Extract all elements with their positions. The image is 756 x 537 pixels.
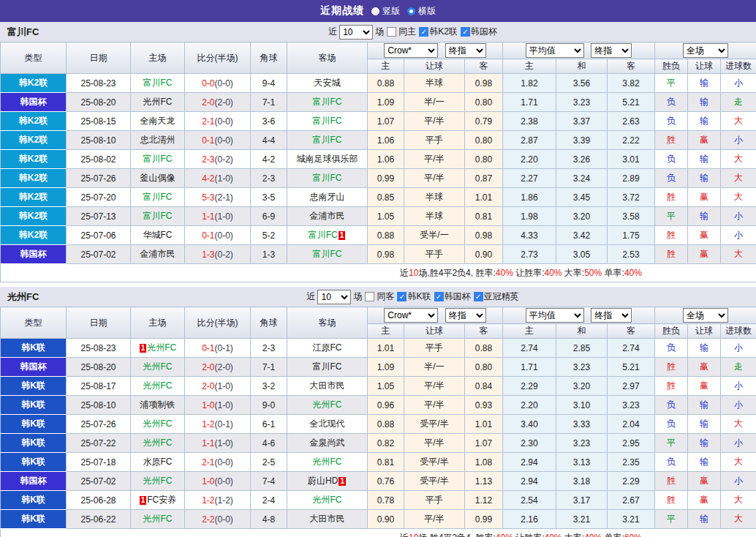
table-row: 韩K2联25-08-15全南天龙2-1(0-0)3-6富川FC1.07平/半0.… bbox=[1, 112, 756, 131]
team-name: 富川FC bbox=[143, 78, 173, 88]
europe-time-select[interactable]: 终指 bbox=[591, 308, 632, 323]
odds-handicap: 受半/一 bbox=[404, 226, 465, 245]
home-team: 富川FC bbox=[131, 188, 185, 207]
layout-radio-vertical[interactable]: 竖版 bbox=[371, 5, 400, 18]
result-outcome: 负 bbox=[655, 339, 688, 358]
team-name: 富川FC bbox=[313, 249, 342, 259]
europe-avg-select[interactable]: 平均值 bbox=[526, 308, 584, 323]
odds-time-select[interactable]: 终指 bbox=[445, 43, 486, 58]
league-filter-checkbox[interactable]: ✓韩K联 bbox=[397, 290, 431, 303]
league-filter-checkbox[interactable]: ✓韩国杯 bbox=[434, 290, 471, 303]
odds-home: 0.88 bbox=[368, 74, 404, 93]
match-type-badge: 韩K2联 bbox=[1, 169, 67, 188]
stat-value: 60% bbox=[624, 533, 642, 537]
recent-count-select[interactable]: 10 bbox=[317, 290, 351, 304]
avg-draw: 3.33 bbox=[556, 415, 608, 434]
result-outcome: 平 bbox=[655, 207, 688, 226]
checkbox-checked-icon: ✓ bbox=[397, 292, 407, 301]
table-row: 韩K2联25-07-26釜山偶像4-2(1-0)2-3富川FC0.99平/半0.… bbox=[1, 169, 756, 188]
match-score: 2-0(1-0) bbox=[185, 377, 251, 396]
avg-away: 3.82 bbox=[608, 74, 655, 93]
avg-home: 2.94 bbox=[503, 453, 556, 472]
away-team: 光州FC bbox=[287, 396, 368, 415]
league-filter-checkbox[interactable]: ✓亚冠精英 bbox=[474, 290, 519, 303]
match-type-badge: 韩K联 bbox=[1, 339, 67, 358]
team-name: 光州FC bbox=[143, 418, 173, 429]
team-filter-bar: 光州FC 近 10 场 同客 ✓韩K联✓韩国杯✓亚冠精英 bbox=[0, 287, 756, 307]
result-goals: 大 bbox=[721, 245, 756, 264]
odds-home: 0.99 bbox=[368, 169, 404, 188]
match-type-badge: 韩国杯 bbox=[1, 93, 67, 112]
league-filter-checkbox[interactable]: ✓韩K2联 bbox=[419, 26, 458, 38]
away-team: 金泉尚武 bbox=[287, 434, 368, 453]
away-team: 蔚山HD1 bbox=[287, 472, 368, 491]
odds-away: 1.13 bbox=[465, 472, 503, 491]
match-type-badge: 韩K联 bbox=[1, 377, 67, 396]
result-handicap: 赢 bbox=[688, 491, 721, 510]
layout-radio-horizontal[interactable]: 横版 bbox=[407, 5, 436, 18]
away-team: 金浦市民 bbox=[287, 207, 368, 226]
result-handicap: 输 bbox=[688, 207, 721, 226]
match-score: 1-2(0-1) bbox=[185, 415, 251, 434]
team-name: 光州FC bbox=[313, 457, 342, 467]
result-outcome: 负 bbox=[655, 396, 688, 415]
odds-company-select[interactable]: Crow* bbox=[384, 43, 438, 58]
team-name: 光州FC bbox=[313, 399, 342, 410]
table-row: 韩K联25-08-10浦项制铁1-0(1-0)9-0光州FC0.96平/半0.9… bbox=[1, 396, 756, 415]
team-name: 浦项制铁 bbox=[140, 399, 175, 410]
team-name: 天安城 bbox=[314, 78, 341, 88]
avg-away: 2.89 bbox=[608, 169, 655, 188]
europe-time-select[interactable]: 终指 bbox=[591, 43, 632, 58]
col-result: 胜负 bbox=[655, 324, 688, 339]
team-name: 金浦市民 bbox=[140, 249, 175, 259]
away-team: 天安城 bbox=[287, 74, 368, 93]
avg-away: 3.58 bbox=[608, 207, 655, 226]
col-odds-away: 客 bbox=[465, 59, 503, 74]
same-venue-checkbox[interactable]: 同主 bbox=[387, 26, 416, 38]
avg-home: 2.27 bbox=[503, 169, 556, 188]
avg-home: 2.87 bbox=[503, 131, 556, 150]
stat-value: 40% bbox=[544, 268, 562, 278]
result-goals: 小 bbox=[721, 377, 756, 396]
europe-avg-select[interactable]: 平均值 bbox=[526, 43, 584, 58]
stat-value: 50% bbox=[584, 268, 602, 278]
halftime-score: (1-0) bbox=[215, 400, 233, 410]
col-odds-home: 主 bbox=[368, 324, 404, 339]
corner-count: 3-6 bbox=[251, 112, 287, 131]
league-filter-checkbox[interactable]: ✓韩国杯 bbox=[461, 26, 497, 38]
match-date: 25-08-02 bbox=[67, 150, 131, 169]
result-outcome: 胜 bbox=[655, 226, 688, 245]
same-venue-label: 同主 bbox=[398, 26, 416, 38]
avg-draw: 3.23 bbox=[556, 358, 608, 377]
avg-away: 2.22 bbox=[608, 131, 655, 150]
team-section-gwangju: 光州FC 近 10 场 同客 ✓韩K联✓韩国杯✓亚冠精英 类型 日期 主场 比分… bbox=[0, 287, 756, 537]
avg-home: 1.86 bbox=[503, 188, 556, 207]
corner-count: 3-2 bbox=[251, 377, 287, 396]
odds-away: 1.08 bbox=[465, 453, 503, 472]
home-team: 光州FC bbox=[131, 472, 185, 491]
match-scope-select[interactable]: 全场 bbox=[683, 43, 728, 58]
odds-company-select[interactable]: Crow* bbox=[384, 308, 438, 323]
match-type-badge: 韩K2联 bbox=[1, 150, 67, 169]
avg-draw: 3.10 bbox=[556, 396, 608, 415]
avg-away: 3.72 bbox=[608, 188, 655, 207]
checkbox-label: 亚冠精英 bbox=[484, 290, 519, 303]
odds-home: 1.05 bbox=[368, 207, 404, 226]
home-team: 富川FC bbox=[131, 150, 185, 169]
away-team: 富川FC bbox=[287, 131, 368, 150]
corner-count: 2-3 bbox=[251, 339, 287, 358]
same-venue-checkbox[interactable]: 同客 bbox=[365, 290, 394, 303]
col-result-handicap: 让球 bbox=[688, 324, 721, 339]
team-name: 江原FC bbox=[313, 342, 342, 353]
avg-draw: 3.45 bbox=[556, 188, 608, 207]
recent-count-select[interactable]: 10 bbox=[339, 25, 373, 40]
odds-handicap: 半/一 bbox=[404, 93, 465, 112]
avg-home: 2.38 bbox=[503, 112, 556, 131]
recent-results-table: 类型 日期 主场 比分(半场) 角球 客场 Crow* 终指 平均值 终指 全场 bbox=[0, 42, 756, 282]
odds-time-select[interactable]: 终指 bbox=[445, 308, 486, 323]
team-section-bucheon: 富川FC 近 10 场 同主 ✓韩K2联✓韩国杯 类型 日期 主场 比分(半场) bbox=[0, 22, 756, 282]
match-scope-select[interactable]: 全场 bbox=[683, 308, 728, 323]
halftime-score: (1-0) bbox=[215, 381, 233, 391]
avg-away: 2.29 bbox=[608, 472, 655, 491]
table-row: 韩K2联25-07-13富川FC1-1(1-0)6-9金浦市民1.05半球0.8… bbox=[1, 207, 756, 226]
